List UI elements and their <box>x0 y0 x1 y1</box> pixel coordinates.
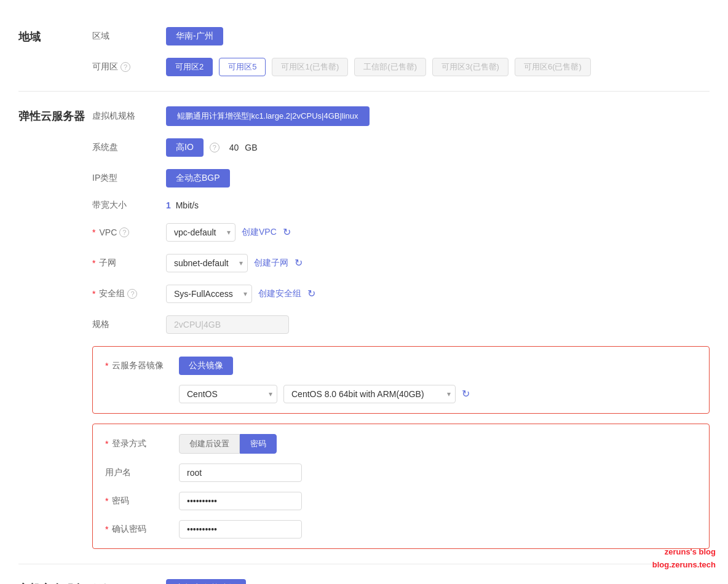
login-method-row: * 登录方式 创建后设置 密码 <box>105 434 697 454</box>
vm-spec-content: 鲲鹏通用计算增强型|kc1.large.2|2vCPUs|4GB|linux <box>166 106 370 126</box>
available-zone-label: 可用区 ? <box>92 61 166 73</box>
zone-label: 区域 <box>92 31 166 42</box>
login-method-label: * 登录方式 <box>105 438 179 449</box>
region-title: 地域 <box>18 27 92 44</box>
vpc-select-wrapper: vpc-default <box>166 223 235 242</box>
subnet-select-wrapper: subnet-default <box>166 254 248 272</box>
elastic-server-title: 弹性云服务器 <box>18 106 92 124</box>
host-security-version-row: 版本 主机安全基础版 <box>92 579 710 584</box>
confirm-password-row: * 确认密码 <box>105 520 697 539</box>
password-input[interactable] <box>179 492 302 510</box>
create-vpc-link[interactable]: 创建VPC <box>242 227 277 238</box>
sg-help-icon[interactable]: ? <box>127 289 137 299</box>
sg-select[interactable]: Sys-FullAccess <box>166 285 252 303</box>
image-select-content: CentOS Ubuntu Debian CentOS 8.0 64bit wi… <box>179 385 470 403</box>
region-section: 地域 区域 华南-广州 可用区 ? 可用区2可用区5可用区1(已售罄)工信部(已… <box>18 12 710 92</box>
system-disk-content: 高IO ? 40 GB <box>166 138 258 157</box>
username-input[interactable] <box>179 464 302 482</box>
available-zone-help-icon[interactable]: ? <box>121 62 130 72</box>
create-subnet-link[interactable]: 创建子网 <box>254 258 288 269</box>
zone-row: 区域 华南-广州 <box>92 27 710 45</box>
login-password-btn[interactable]: 密码 <box>240 434 277 454</box>
watermark: zeruns's blog blog.zeruns.tech <box>652 546 716 572</box>
ip-type-btn[interactable]: 全动态BGP <box>166 169 230 187</box>
sg-refresh-icon[interactable]: ↻ <box>307 289 315 299</box>
system-disk-row: 系统盘 高IO ? 40 GB <box>92 138 710 157</box>
disk-unit: GB <box>245 143 257 152</box>
bandwidth-label: 带宽大小 <box>92 200 166 211</box>
host-security-section: 主机安全服务 版本 主机安全基础版 <box>18 564 710 584</box>
confirm-password-input[interactable] <box>179 520 302 539</box>
subnet-content: subnet-default 创建子网 ↻ <box>166 254 303 272</box>
zone-content: 华南-广州 <box>166 27 223 45</box>
image-type-row: * 云服务器镜像 公共镜像 <box>105 357 697 375</box>
available-zone-row: 可用区 ? 可用区2可用区5可用区1(已售罄)工信部(已售罄)可用区3(已售罄)… <box>92 58 710 76</box>
username-label: 用户名 <box>105 467 179 478</box>
disk-type-btn[interactable]: 高IO <box>166 138 204 157</box>
elastic-server-section: 弹性云服务器 虚拟机规格 鲲鹏通用计算增强型|kc1.large.2|2vCPU… <box>18 92 710 564</box>
spec-row: 规格 <box>92 315 710 334</box>
vpc-refresh-icon[interactable]: ↻ <box>283 227 291 237</box>
security-group-label: * 安全组 ? <box>92 288 166 299</box>
watermark-line1: zeruns's blog <box>652 546 716 559</box>
bandwidth-value: 1 Mbit/s <box>166 200 199 210</box>
login-method-content: 创建后设置 密码 <box>179 434 277 454</box>
zone-btn-zone1: 可用区1(已售罄) <box>272 58 348 76</box>
vpc-help-icon[interactable]: ? <box>119 227 129 237</box>
disk-size: 40 <box>229 143 239 152</box>
zone-btn-zone3: 可用区3(已售罄) <box>432 58 508 76</box>
host-security-version-content: 主机安全基础版 <box>166 579 246 584</box>
username-row: 用户名 <box>105 464 697 482</box>
spec-input <box>166 315 289 334</box>
zone-btn-gongxinbu: 工信部(已售罄) <box>354 58 426 76</box>
vpc-label: * VPC ? <box>92 227 166 237</box>
host-security-title: 主机安全服务 <box>18 579 92 584</box>
password-label: * 密码 <box>105 495 179 507</box>
password-row: * 密码 <box>105 492 697 510</box>
spec-label: 规格 <box>92 319 166 330</box>
zone-btn-zone5[interactable]: 可用区5 <box>219 58 266 76</box>
os-select-wrapper: CentOS Ubuntu Debian <box>179 385 277 403</box>
zone-btn-zone6: 可用区6(已售罄) <box>515 58 591 76</box>
login-section-box: * 登录方式 创建后设置 密码 用户名 <box>92 424 710 549</box>
available-zone-content: 可用区2可用区5可用区1(已售罄)工信部(已售罄)可用区3(已售罄)可用区6(已… <box>166 58 591 76</box>
image-label: * 云服务器镜像 <box>105 360 179 371</box>
security-group-content: Sys-FullAccess 创建安全组 ↻ <box>166 285 315 303</box>
ip-type-content: 全动态BGP <box>166 169 230 187</box>
subnet-label: * 子网 <box>92 258 166 269</box>
vm-spec-row: 虚拟机规格 鲲鹏通用计算增强型|kc1.large.2|2vCPUs|4GB|l… <box>92 106 710 126</box>
confirm-password-label: * 确认密码 <box>105 524 179 535</box>
image-refresh-icon[interactable]: ↻ <box>462 389 470 399</box>
create-sg-link[interactable]: 创建安全组 <box>258 288 301 299</box>
bandwidth-row: 带宽大小 1 Mbit/s <box>92 200 710 211</box>
vm-spec-button[interactable]: 鲲鹏通用计算增强型|kc1.large.2|2vCPUs|4GB|linux <box>166 106 370 126</box>
version-select-wrapper: CentOS 8.0 64bit with ARM(40GB) CentOS 7… <box>283 385 456 403</box>
security-group-row: * 安全组 ? Sys-FullAccess 创建安全组 ↻ <box>92 285 710 303</box>
os-select[interactable]: CentOS Ubuntu Debian <box>179 385 277 403</box>
vpc-select[interactable]: vpc-default <box>166 223 235 242</box>
subnet-refresh-icon[interactable]: ↻ <box>295 258 303 268</box>
subnet-row: * 子网 subnet-default 创建子网 ↻ <box>92 254 710 272</box>
bandwidth-content: 1 Mbit/s <box>166 200 199 210</box>
login-method-group: 创建后设置 密码 <box>179 434 277 454</box>
zone-btn-zone2[interactable]: 可用区2 <box>166 58 213 76</box>
vm-spec-label: 虚拟机规格 <box>92 111 166 122</box>
host-security-version-btn[interactable]: 主机安全基础版 <box>166 579 246 584</box>
confirm-password-content <box>179 520 302 539</box>
password-content <box>179 492 302 510</box>
zone-value-btn[interactable]: 华南-广州 <box>166 27 223 45</box>
system-disk-label: 系统盘 <box>92 142 166 153</box>
username-content <box>179 464 302 482</box>
ip-type-row: IP类型 全动态BGP <box>92 169 710 187</box>
login-post-create-btn[interactable]: 创建后设置 <box>179 434 240 454</box>
public-image-btn[interactable]: 公共镜像 <box>179 357 233 375</box>
disk-help-icon[interactable]: ? <box>210 143 220 152</box>
subnet-select[interactable]: subnet-default <box>166 254 248 272</box>
spec-content <box>166 315 289 334</box>
image-type-content: 公共镜像 <box>179 357 233 375</box>
watermark-line2: blog.zeruns.tech <box>652 559 716 572</box>
vpc-row: * VPC ? vpc-default 创建VPC ↻ <box>92 223 710 242</box>
host-security-body: 版本 主机安全基础版 <box>92 579 710 584</box>
version-select[interactable]: CentOS 8.0 64bit with ARM(40GB) CentOS 7… <box>283 385 456 403</box>
elastic-server-body: 虚拟机规格 鲲鹏通用计算增强型|kc1.large.2|2vCPUs|4GB|l… <box>92 106 710 549</box>
